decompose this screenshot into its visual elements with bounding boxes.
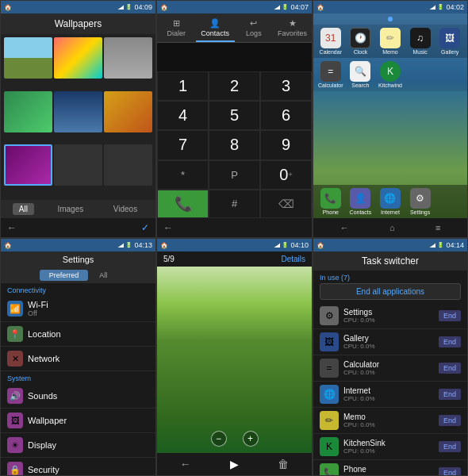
task-internet-name: Internet — [343, 386, 434, 395]
app-clock[interactable]: 🕐 Clock — [347, 28, 375, 55]
signal-bar-5 — [274, 243, 280, 248]
task-settings: ⚙ Settings CPU: 0.0% End — [313, 303, 467, 329]
zoom-in-btn[interactable]: + — [243, 431, 259, 447]
home-icon-2: 🏠 — [160, 4, 168, 11]
key-p[interactable]: P — [209, 160, 260, 190]
app-gallery[interactable]: 🖼 Gallery — [435, 28, 464, 55]
app-memo[interactable]: ✏ Memo — [376, 28, 405, 55]
end-gallery-btn[interactable]: End — [439, 336, 461, 347]
wallpaper-settings-name: Wallpaper — [28, 416, 149, 425]
home-nav: ← ⌂ ≡ — [313, 218, 467, 237]
key-0[interactable]: 0 + — [260, 160, 312, 190]
end-memo-btn[interactable]: End — [439, 415, 461, 426]
dock-phone-icon: 📞 — [320, 188, 341, 209]
dialer-tab-dialer[interactable]: ⊞ Dialer — [157, 13, 196, 42]
dialer-tab-logs[interactable]: ↩ Logs — [235, 13, 274, 42]
back-btn-1[interactable]: ← — [7, 222, 17, 233]
tab-videos[interactable]: Videos — [107, 203, 144, 215]
home-nav-back[interactable]: ← — [340, 223, 349, 232]
status-bar-4: 🏠 🔋 04:13 — [1, 239, 155, 251]
key-hash[interactable]: # — [209, 190, 260, 218]
gallery-details-btn[interactable]: Details — [281, 255, 305, 263]
dialer-tab-contacts[interactable]: 👤 Contacts — [196, 13, 235, 42]
app-search[interactable]: 🔍 Search — [347, 61, 375, 88]
settings-sounds[interactable]: 🔊 Sounds — [1, 384, 155, 409]
app-kitchensink[interactable]: K Kitchwind — [376, 61, 405, 88]
status-bar-3: 🏠 🔋 04:02 — [313, 1, 467, 13]
end-internet-btn[interactable]: End — [439, 389, 461, 400]
gallery-delete-btn[interactable]: 🗑 — [278, 458, 289, 470]
tab-images[interactable]: Images — [51, 203, 90, 215]
key-2[interactable]: 2 — [209, 71, 260, 101]
settings-security[interactable]: 🔒 Security — [1, 458, 155, 476]
battery-2: 🔋 — [282, 4, 289, 10]
end-calc-btn[interactable]: End — [439, 363, 461, 374]
app-calendar[interactable]: 31 Calendar — [316, 28, 345, 55]
signal-bar-3 — [429, 5, 435, 10]
dialer-icon: ⊞ — [173, 18, 180, 29]
home-nav-home[interactable]: ⌂ — [389, 223, 395, 232]
task-phone: 📞 Phone CPU: 0.0% End — [313, 460, 467, 476]
clock-label: Clock — [354, 49, 368, 55]
gallery-back-btn[interactable]: ← — [180, 458, 191, 470]
filter-preferred[interactable]: Preferred — [40, 270, 89, 281]
calc-icon: = — [320, 61, 341, 82]
settings-title: Settings — [1, 251, 155, 267]
app-calculator[interactable]: = Calculator — [316, 61, 345, 88]
task-internet: 🌐 Internet CPU: 0.0% End — [313, 382, 467, 408]
wallpaper-thumb-purple[interactable] — [4, 144, 52, 186]
end-all-button[interactable]: End all applications — [320, 283, 461, 300]
signal-bar-1 — [117, 5, 124, 10]
wallpaper-thumb-mountains[interactable] — [4, 37, 52, 79]
dock-contacts-label: Contacts — [350, 209, 372, 215]
key-3[interactable]: 3 — [260, 71, 312, 101]
delete-key[interactable]: ⌫ — [260, 190, 312, 218]
home-icon-1: 🏠 — [4, 4, 12, 11]
dialer-tab-favorites[interactable]: ★ Favorites — [273, 13, 312, 42]
battery-4: 🔋 — [125, 242, 132, 248]
dock-contacts[interactable]: 👤 Contacts — [347, 188, 375, 215]
wallpaper-thumb-blue[interactable] — [54, 91, 102, 132]
sounds-name: Sounds — [28, 391, 149, 401]
settings-display[interactable]: ☀ Display — [1, 433, 155, 458]
key-4[interactable]: 4 — [157, 101, 209, 130]
key-6[interactable]: 6 — [260, 101, 312, 130]
call-button[interactable]: 📞 — [157, 190, 209, 218]
key-star[interactable]: * — [157, 160, 209, 190]
settings-wifi[interactable]: 📶 Wi-Fi Off — [1, 296, 155, 322]
task-settings-cpu: CPU: 0.0% — [343, 317, 434, 324]
wallpaper-settings-icon: 🖼 — [7, 413, 23, 428]
filter-all[interactable]: All — [90, 270, 117, 281]
end-phone-btn[interactable]: End — [439, 467, 461, 476]
dock-internet[interactable]: 🌐 Internet — [376, 188, 405, 215]
phone-settings: 🏠 🔋 04:13 Settings Preferred All Connect… — [0, 238, 156, 476]
tab-all[interactable]: All — [13, 203, 34, 215]
key-9[interactable]: 9 — [260, 130, 312, 159]
dock-phone[interactable]: 📞 Phone — [316, 188, 345, 215]
end-ks-btn[interactable]: End — [439, 441, 461, 452]
calendar-label: Calendar — [320, 49, 342, 55]
logs-icon: ↩ — [250, 18, 257, 29]
home-nav-menu[interactable]: ≡ — [435, 223, 440, 232]
wallpaper-thumb-stone[interactable] — [104, 37, 152, 79]
key-7[interactable]: 7 — [157, 130, 209, 159]
dock-settings[interactable]: ⚙ Settings — [406, 188, 435, 215]
end-settings-btn[interactable]: End — [439, 310, 461, 321]
key-5[interactable]: 5 — [209, 101, 260, 130]
wallpaper-thumb-green[interactable] — [4, 91, 52, 132]
wallpaper-thumb-autumn[interactable] — [104, 91, 152, 132]
confirm-btn-1[interactable]: ✓ — [141, 222, 149, 233]
key-1[interactable]: 1 — [157, 71, 209, 101]
key-8[interactable]: 8 — [209, 130, 260, 159]
app-music[interactable]: ♫ Music — [406, 28, 435, 55]
settings-location[interactable]: 📍 Location — [1, 322, 155, 347]
settings-wallpaper[interactable]: 🖼 Wallpaper — [1, 409, 155, 433]
calendar-icon: 31 — [320, 28, 341, 48]
gallery-play-btn[interactable]: ▶ — [230, 458, 239, 470]
settings-section-connectivity: Connectivity — [1, 283, 155, 296]
settings-network[interactable]: ✕ Network — [1, 347, 155, 371]
wallpaper-thumb-colorful[interactable] — [54, 37, 102, 79]
gallery-count: 5/9 — [163, 255, 175, 263]
back-btn-2[interactable]: ← — [163, 222, 173, 233]
zoom-out-btn[interactable]: − — [211, 431, 227, 447]
